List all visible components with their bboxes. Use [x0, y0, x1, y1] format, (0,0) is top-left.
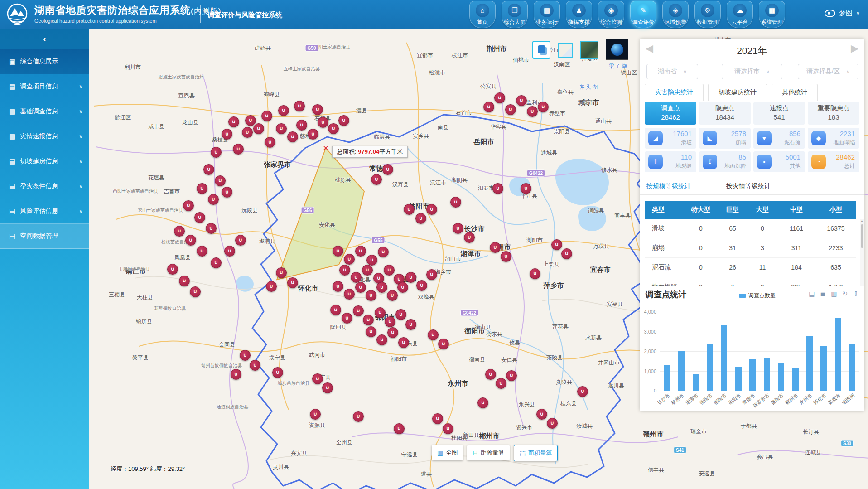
hazard-point-marker[interactable]: ∪ [211, 257, 222, 268]
hazard-tile-collapse[interactable]: ◣2578崩塌 [699, 128, 751, 149]
hazard-point-marker[interactable]: ∪ [179, 276, 190, 286]
hazard-point-marker[interactable]: ∪ [538, 102, 549, 112]
bar-张家界市[interactable] [764, 358, 770, 391]
hazard-point-marker[interactable]: ∪ [276, 123, 287, 134]
hazard-point-marker[interactable]: ∪ [362, 265, 373, 276]
hazard-point-marker[interactable]: ∪ [530, 268, 540, 279]
hazard-point-marker[interactable]: ∪ [197, 183, 207, 194]
nav-item-business[interactable]: ▤业务运行 [534, 1, 560, 28]
hazard-point-marker[interactable]: ∪ [492, 183, 503, 194]
sidebar-item-1[interactable]: ▤调查项目信息∨ [0, 74, 89, 99]
hazard-point-marker[interactable]: ∪ [443, 423, 453, 434]
hazard-point-marker[interactable]: ∪ [547, 418, 558, 429]
bar-邵阳市[interactable] [721, 325, 727, 391]
hazard-point-marker[interactable]: ∪ [312, 104, 323, 115]
tab-0[interactable]: 灾害隐患统计 [645, 84, 704, 101]
bar-chart-icon[interactable]: ▥ [831, 290, 837, 297]
hazard-point-marker[interactable]: ∪ [185, 235, 196, 246]
hazard-point-marker[interactable]: ∪ [450, 197, 461, 208]
hazard-point-marker[interactable]: ∪ [308, 129, 318, 140]
hazard-point-marker[interactable]: ∪ [426, 204, 437, 215]
refresh-icon[interactable]: ↻ [843, 290, 848, 297]
hazard-point-marker[interactable]: ∪ [371, 174, 382, 185]
sidebar-item-3[interactable]: ▤灾情速报信息∨ [0, 124, 89, 149]
bar-郴州市[interactable] [792, 368, 799, 391]
hazard-point-marker[interactable]: ∪ [338, 115, 349, 126]
hazard-point-marker[interactable]: ∪ [322, 382, 333, 393]
hazard-point-marker[interactable]: ∪ [376, 334, 387, 345]
hazard-tile-subsidence[interactable]: ↧85地面沉降 [699, 151, 751, 172]
hazard-tile-landslide[interactable]: ◢17601滑坡 [645, 128, 696, 149]
hazard-point-marker[interactable]: ∪ [242, 127, 253, 138]
hazard-point-marker[interactable]: ∪ [194, 212, 205, 223]
hazard-point-marker[interactable]: ∪ [344, 254, 355, 265]
hazard-point-marker[interactable]: ∪ [464, 232, 475, 243]
basemap-satellite-thumbnail[interactable] [580, 41, 598, 59]
hazard-point-marker[interactable]: ∪ [505, 104, 516, 115]
hazard-point-marker[interactable]: ∪ [387, 290, 398, 301]
bar-永州市[interactable] [806, 336, 813, 391]
bar-常德市[interactable] [749, 359, 756, 391]
hazard-point-marker[interactable]: ∪ [342, 313, 352, 324]
bar-怀化市[interactable] [820, 346, 827, 391]
hazard-point-marker[interactable]: ∪ [253, 123, 264, 134]
hazard-point-marker[interactable]: ∪ [206, 223, 217, 234]
hazard-point-marker[interactable]: ∪ [366, 290, 376, 301]
sidebar-item-4[interactable]: ▤切坡建房信息∨ [0, 149, 89, 174]
hazard-point-marker[interactable]: ∪ [312, 373, 323, 384]
subtab-scale[interactable]: 按规模等级统计 [646, 182, 691, 194]
sidebar-item-2[interactable]: ▤基础调查信息∨ [0, 99, 89, 124]
hazard-point-marker[interactable]: ∪ [382, 164, 393, 175]
hazard-point-marker[interactable]: ∪ [415, 213, 426, 224]
hazard-point-marker[interactable]: ∪ [183, 200, 194, 211]
hazard-point-marker[interactable]: ∪ [265, 137, 275, 148]
hazard-point-marker[interactable]: ∪ [222, 187, 232, 198]
hazard-point-marker[interactable]: ∪ [536, 409, 547, 420]
hazard-point-marker[interactable]: ∪ [428, 329, 439, 340]
nav-item-warning[interactable]: ◈区域预警 [662, 1, 689, 28]
stat-card-2[interactable]: 速报点541 [753, 102, 805, 125]
scrollbar-thumb[interactable] [861, 224, 863, 248]
hazard-point-marker[interactable]: ∪ [228, 116, 239, 127]
hazard-point-marker[interactable]: ∪ [318, 117, 328, 128]
data-view-icon[interactable]: ▤ [809, 290, 815, 297]
hazard-point-marker[interactable]: ∪ [405, 272, 416, 283]
hazard-tile-total[interactable]: ◔28462总计 [808, 151, 859, 172]
hazard-point-marker[interactable]: ∪ [416, 280, 427, 291]
bar-岳阳市[interactable] [735, 367, 742, 391]
stat-card-0[interactable]: 调查点28462 [645, 102, 696, 125]
hazard-point-marker[interactable]: ∪ [397, 282, 408, 293]
hazard-point-marker[interactable]: ∪ [394, 423, 405, 434]
hazard-point-marker[interactable]: ∪ [375, 307, 386, 318]
hazard-point-marker[interactable]: ∪ [328, 123, 339, 134]
map-tool-1[interactable]: ⊟距离量算 [467, 445, 510, 460]
hazard-point-marker[interactable]: ∪ [353, 411, 364, 422]
hazard-point-marker[interactable]: ∪ [287, 277, 298, 288]
chart-legend[interactable]: 调查点数量 [739, 292, 776, 300]
hazard-point-marker[interactable]: ∪ [366, 326, 376, 337]
hazard-point-marker[interactable]: ∪ [506, 370, 517, 381]
hazard-point-marker[interactable]: ∪ [353, 305, 364, 316]
hazard-point-marker[interactable]: ∪ [351, 272, 362, 283]
hazard-point-marker[interactable]: ∪ [453, 223, 463, 234]
hazard-point-marker[interactable]: ∪ [366, 255, 377, 266]
hazard-point-marker[interactable]: ∪ [272, 367, 283, 378]
nav-item-home[interactable]: ⌂首页 [469, 1, 496, 28]
nav-item-command[interactable]: ♟指挥支撑 [566, 1, 592, 28]
hazard-point-marker[interactable]: ∪ [261, 111, 272, 121]
table-row[interactable]: 滑坡0650116116375 [645, 219, 856, 238]
sidebar-item-0[interactable]: ▣综合信息展示 [0, 49, 89, 74]
tab-2[interactable]: 其他统计 [772, 84, 818, 101]
table-row[interactable]: 地面塌陷07593951752 [645, 277, 856, 286]
hazard-point-marker[interactable]: ∪ [385, 316, 395, 327]
hazard-point-marker[interactable]: ∪ [355, 246, 366, 257]
hazard-point-marker[interactable]: ∪ [496, 378, 506, 389]
hazard-point-marker[interactable]: ∪ [485, 369, 496, 380]
bar-衡阳市[interactable] [707, 344, 713, 391]
nav-item-cloud[interactable]: ☁云平台 [727, 1, 753, 28]
hazard-tile-debris-flow[interactable]: ▼856泥石流 [753, 128, 805, 149]
hazard-point-marker[interactable]: ∪ [521, 183, 531, 194]
sidebar-item-7[interactable]: ▤空间数据管理 [0, 224, 89, 249]
hazard-point-marker[interactable]: ∪ [490, 242, 501, 253]
nav-item-system[interactable]: ▦系统管理 [759, 1, 785, 28]
